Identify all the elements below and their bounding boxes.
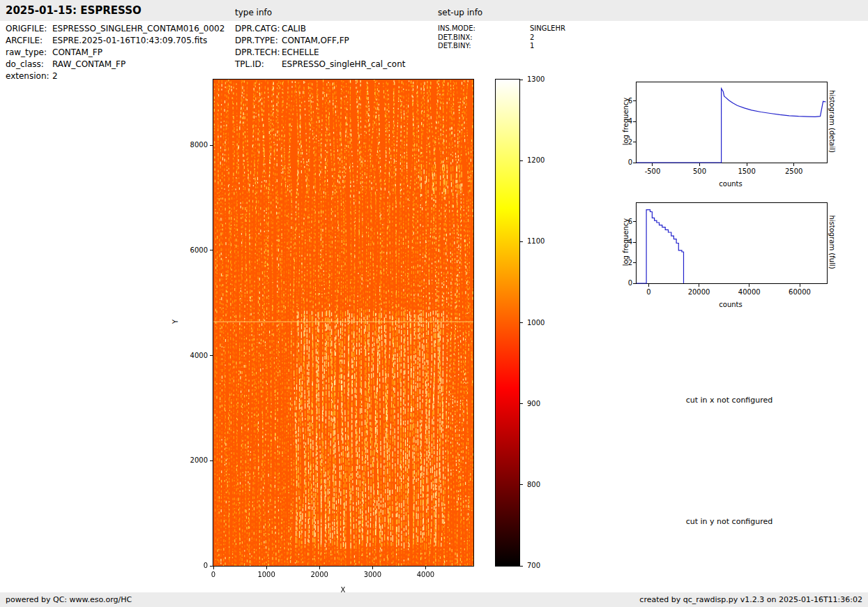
tick-label: 2000 bbox=[184, 456, 208, 464]
meta-value: CONTAM,OFF,FP bbox=[282, 36, 349, 45]
meta-value: CALIB bbox=[282, 24, 306, 33]
meta-row: DPR.TECH:ECHELLE bbox=[235, 47, 405, 59]
meta-label: extension: bbox=[6, 70, 52, 82]
meta-value: CONTAM_FP bbox=[52, 47, 102, 57]
histogram-full-side-label: histogram (full) bbox=[828, 215, 836, 269]
meta-row: ORIGFILE:ESPRESSO_SINGLEHR_CONTAM016_000… bbox=[6, 23, 224, 35]
meta-row: ARCFILE:ESPRE.2025-01-16T10:43:09.705.fi… bbox=[6, 35, 224, 47]
tick-label: 0 bbox=[184, 562, 208, 569]
meta-label: DET.BINX: bbox=[438, 33, 530, 43]
tick-mark bbox=[210, 566, 213, 567]
footer-right: created by qc_rawdisp.py v1.2.3 on 2025-… bbox=[639, 595, 862, 604]
meta-label: DPR.CATG: bbox=[235, 23, 282, 35]
tick-label: 700 bbox=[527, 562, 540, 569]
meta-row: TPL.ID:ESPRESSO_singleHR_cal_cont bbox=[235, 59, 405, 70]
tick-mark bbox=[633, 242, 636, 243]
meta-label: DET.BINY: bbox=[438, 42, 530, 51]
type-info-block: DPR.CATG:CALIBDPR.TYPE:CONTAM,OFF,FPDPR.… bbox=[235, 23, 405, 70]
tick-label: 3000 bbox=[360, 571, 385, 578]
tick-mark bbox=[210, 250, 213, 250]
tick-label: -500 bbox=[635, 167, 670, 175]
tick-mark bbox=[210, 145, 213, 146]
meta-row: DPR.TYPE:CONTAM,OFF,FP bbox=[235, 35, 405, 47]
tick-mark bbox=[520, 160, 523, 161]
meta-label: INS.MODE: bbox=[438, 24, 530, 33]
page-title: 2025-01-15: ESPRESSO bbox=[6, 4, 142, 17]
tick-label: 6000 bbox=[184, 246, 208, 254]
histogram-detail-side-label: histogram (detail) bbox=[828, 90, 836, 153]
meta-label: DPR.TECH: bbox=[235, 47, 282, 59]
histogram-full-plot: 02000040000600000246 bbox=[636, 202, 828, 284]
tick-mark bbox=[747, 163, 747, 166]
tick-label: 1100 bbox=[527, 237, 545, 245]
meta-value: ESPRESSO_singleHR_cal_cont bbox=[282, 59, 405, 69]
tick-mark bbox=[210, 460, 213, 461]
tick-mark bbox=[319, 567, 320, 569]
tick-label: 0 bbox=[621, 279, 632, 287]
tick-mark bbox=[633, 121, 636, 122]
tick-mark bbox=[520, 566, 523, 567]
cut-y-message: cut in y not configured bbox=[686, 517, 773, 526]
tick-mark bbox=[210, 355, 213, 356]
colorbar: 7008009001000110012001300 bbox=[495, 79, 520, 567]
tick-mark bbox=[633, 163, 636, 163]
tick-label: 0 bbox=[621, 158, 632, 166]
tick-mark bbox=[520, 241, 523, 242]
tick-label: 0 bbox=[631, 288, 666, 296]
header-bar: 2025-01-15: ESPRESSO type info set-up in… bbox=[0, 0, 868, 21]
histogram-detail-ylabel: log frequency bbox=[622, 98, 630, 146]
meta-row: DET.BINY:1 bbox=[438, 42, 565, 51]
tick-label: 800 bbox=[527, 481, 540, 488]
setup-info-block: INS.MODE:SINGLEHRDET.BINX:2DET.BINY:1 bbox=[438, 24, 565, 51]
meta-row: DPR.CATG:CALIB bbox=[235, 23, 405, 35]
tick-label: 1000 bbox=[254, 571, 279, 578]
tick-mark bbox=[633, 283, 636, 284]
qc-report-page: 2025-01-15: ESPRESSO type info set-up in… bbox=[0, 0, 868, 607]
tick-label: 900 bbox=[527, 400, 540, 407]
histogram-line bbox=[637, 203, 827, 283]
tick-mark bbox=[648, 284, 649, 287]
tick-label: 0 bbox=[201, 571, 226, 578]
meta-value: ESPRESSO_SINGLEHR_CONTAM016_0002 bbox=[52, 24, 224, 33]
meta-label: ORIGFILE: bbox=[6, 23, 52, 35]
meta-label: DPR.TYPE: bbox=[235, 35, 282, 47]
raw-image-plot: 0100020003000400002000400060008000 bbox=[213, 79, 474, 567]
meta-value: 2 bbox=[52, 71, 58, 81]
tick-label: 500 bbox=[683, 167, 717, 175]
meta-value: ESPRE.2025-01-16T10:43:09.705.fits bbox=[52, 36, 207, 45]
tick-mark bbox=[213, 567, 214, 569]
tick-label: 1300 bbox=[527, 75, 545, 83]
tick-mark bbox=[266, 567, 267, 569]
histogram-detail-plot: -500500150025000246 bbox=[636, 82, 828, 163]
file-info-block: ORIGFILE:ESPRESSO_SINGLEHR_CONTAM016_000… bbox=[6, 23, 224, 82]
meta-row: raw_type:CONTAM_FP bbox=[6, 47, 224, 59]
tick-mark bbox=[425, 567, 426, 569]
colorbar-gradient bbox=[496, 80, 519, 566]
meta-value: ECHELLE bbox=[282, 47, 319, 57]
tick-label: 1000 bbox=[527, 319, 545, 327]
tick-mark bbox=[633, 142, 636, 142]
tick-mark bbox=[793, 163, 794, 166]
meta-label: ARCFILE: bbox=[6, 35, 52, 47]
tick-mark bbox=[749, 284, 749, 287]
raw-image-ylabel: Y bbox=[172, 320, 179, 324]
meta-row: extension:2 bbox=[6, 70, 224, 82]
tick-mark bbox=[633, 221, 636, 222]
tick-mark bbox=[633, 262, 636, 263]
tick-label: 2500 bbox=[777, 167, 812, 175]
tick-mark bbox=[372, 567, 373, 569]
tick-mark bbox=[652, 163, 653, 166]
tick-label: 40000 bbox=[732, 288, 767, 296]
histogram-full-ylabel: log frequency bbox=[622, 218, 630, 267]
tick-label: 4000 bbox=[413, 571, 438, 578]
tick-label: 4000 bbox=[184, 352, 208, 359]
meta-row: DET.BINX:2 bbox=[438, 33, 565, 43]
type-info-heading: type info bbox=[235, 8, 272, 17]
tick-label: 1200 bbox=[527, 156, 545, 164]
raw-image-canvas bbox=[213, 80, 473, 566]
tick-mark bbox=[520, 322, 523, 323]
setup-info-heading: set-up info bbox=[438, 8, 482, 17]
tick-label: 60000 bbox=[782, 288, 817, 296]
tick-mark bbox=[520, 403, 523, 404]
meta-value: RAW_CONTAM_FP bbox=[52, 59, 125, 69]
